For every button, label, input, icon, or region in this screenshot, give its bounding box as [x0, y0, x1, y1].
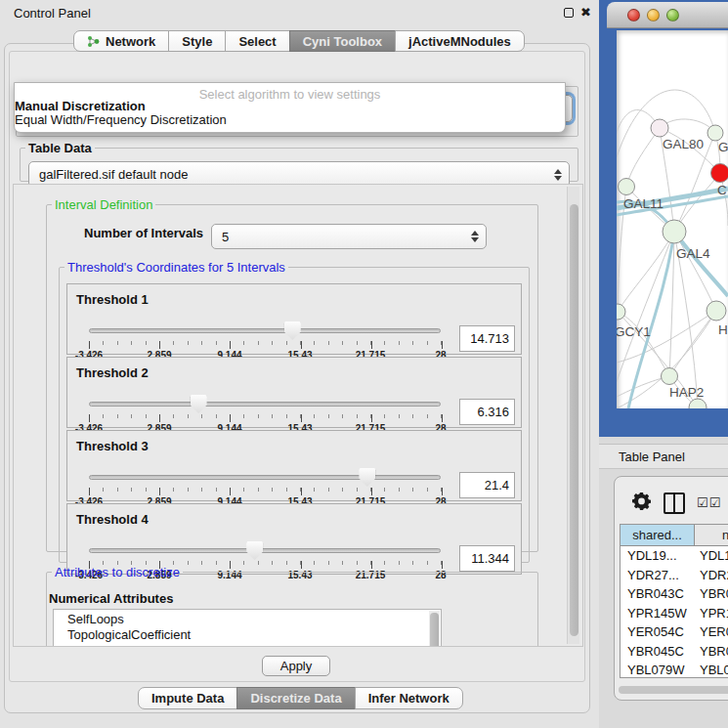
node-label: C: [717, 183, 727, 197]
settings-scrollbar[interactable]: [567, 187, 579, 644]
node-label: GA: [718, 140, 728, 154]
tab-style[interactable]: Style: [168, 30, 226, 52]
node-label: GAL11: [623, 196, 664, 211]
traffic-light-minimize-icon[interactable]: [647, 9, 660, 21]
network-window-titlebar[interactable]: [607, 2, 728, 28]
threshold-panel: Threshold 3 -3.4262.8599.14415.4321.7152…: [66, 430, 522, 501]
cell-shared-name[interactable]: YBR043C: [621, 584, 695, 604]
table-row[interactable]: YER054CYER0: [621, 622, 728, 642]
dropdown-item-equal-width-frequency-discretization[interactable]: Equal Width/Frequency Discretization: [15, 113, 565, 127]
node-label: GAL80: [663, 137, 704, 151]
network-node[interactable]: [689, 399, 707, 408]
slider-track[interactable]: [89, 475, 441, 480]
slider-thumb[interactable]: [284, 321, 301, 340]
attribute-item-selfloops[interactable]: SelfLoops: [54, 612, 441, 627]
screen: Control Panel ✖ NetworkStyleSelectCyni T…: [0, 0, 728, 728]
tab-label: Impute Data: [151, 688, 224, 709]
slider-track[interactable]: [89, 328, 441, 333]
threshold-value-field[interactable]: 21.4: [459, 472, 515, 498]
table-panel-title: Table Panel: [619, 450, 685, 464]
slider-track[interactable]: [89, 548, 441, 553]
network-node-h[interactable]: [707, 301, 726, 321]
column-visibility-checkbox-icons[interactable]: ☑☑: [697, 495, 721, 510]
tab-impute-data[interactable]: Impute Data: [138, 687, 237, 709]
network-canvas[interactable]: GAL80GACGAL11GAL4GCY1HHAP2: [617, 30, 728, 408]
column-header-shared[interactable]: shared...: [621, 525, 695, 545]
algorithm-dropdown-popup: Select algorithm to view settings Manual…: [14, 82, 566, 133]
slider-thumb[interactable]: [246, 541, 263, 560]
num-intervals-combobox[interactable]: 5: [211, 224, 487, 249]
tab-cyni-toolbox[interactable]: Cyni Toolbox: [289, 30, 396, 52]
table-row[interactable]: YDL19...YDL1: [621, 546, 728, 566]
table-data-group: Table Data galFiltered.sif default node: [20, 141, 578, 182]
apply-button[interactable]: Apply: [262, 656, 330, 676]
cell-shared-name[interactable]: YDR27...: [621, 566, 695, 585]
threshold-value-field[interactable]: 6.316: [459, 399, 515, 425]
tab-jactivemnodules[interactable]: jActiveMNodules: [395, 30, 525, 52]
cell-name[interactable]: YDL1: [695, 546, 728, 566]
tab-discretize-data[interactable]: Discretize Data: [236, 687, 355, 709]
network-nodes[interactable]: [617, 119, 728, 408]
numerical-attributes-list[interactable]: SelfLoopsTopologicalCoefficientBetweenne…: [53, 609, 442, 647]
network-node-ga[interactable]: [707, 125, 723, 141]
cell-name[interactable]: YER0: [695, 622, 728, 642]
cell-name[interactable]: YDR2: [695, 566, 728, 585]
network-view-window: GAL80GACGAL11GAL4GCY1HHAP2: [599, 0, 728, 437]
table-row[interactable]: YDR27...YDR2: [621, 566, 728, 585]
cell-shared-name[interactable]: YER054C: [621, 622, 695, 642]
attribute-item-topologicalcoefficient[interactable]: TopologicalCoefficient: [54, 627, 441, 643]
tab-infer-network[interactable]: Infer Network: [355, 687, 463, 709]
close-icon[interactable]: ✖: [580, 5, 591, 20]
traffic-light-close-icon[interactable]: [627, 9, 640, 21]
column-header-name[interactable]: n: [695, 525, 728, 545]
cell-shared-name[interactable]: YBL079W: [621, 661, 695, 678]
numerical-attributes-label: Numerical Attributes: [49, 591, 173, 606]
tab-select[interactable]: Select: [225, 30, 289, 52]
list-scrollbar[interactable]: [429, 611, 440, 647]
node-label: HAP2: [669, 385, 704, 400]
cell-name[interactable]: YBR0: [695, 642, 728, 662]
slider-track[interactable]: [89, 402, 441, 407]
split-view-icon[interactable]: [664, 492, 685, 514]
threshold-value-field[interactable]: 14.713: [459, 325, 515, 352]
slider-thumb[interactable]: [191, 395, 207, 413]
gear-icon[interactable]: [632, 492, 652, 511]
cell-name[interactable]: YBL0: [695, 661, 728, 678]
network-icon: [87, 35, 100, 48]
cell-shared-name[interactable]: YBR045C: [621, 642, 695, 662]
table-horizontal-scrollbar[interactable]: [619, 686, 728, 694]
thresholds-group: Threshold's Coordinates for 5 Intervals …: [59, 260, 530, 563]
control-panel-titlebar: Control Panel ✖: [0, 0, 599, 25]
table-row[interactable]: YPR145WYPR1: [621, 604, 728, 623]
tab-label: Infer Network: [368, 688, 450, 709]
network-node-c[interactable]: [711, 164, 728, 183]
tab-label: Discretize Data: [250, 688, 341, 709]
cell-name[interactable]: YPR1: [695, 604, 728, 623]
table-data-selected: galFiltered.sif default node: [39, 167, 188, 182]
group-title: Interval Definition: [52, 197, 155, 212]
float-window-icon[interactable]: [564, 8, 574, 18]
interval-definition-group: Interval Definition Number of Intervals …: [46, 197, 538, 552]
tab-network[interactable]: Network: [73, 30, 169, 52]
combo-arrows-icon: [471, 231, 479, 242]
threshold-title: Threshold 4: [76, 512, 149, 527]
traffic-light-zoom-icon[interactable]: [666, 9, 679, 21]
node-label: GAL4: [676, 246, 710, 261]
cell-name[interactable]: YBR0: [695, 584, 728, 604]
network-node-hap2[interactable]: [662, 368, 678, 385]
table-row[interactable]: YBL079WYBL0: [621, 661, 728, 678]
network-node-gal11[interactable]: [619, 179, 635, 195]
table-panel-region: Table Panel ☑☑ shared... n YDL19...YDL1Y…: [599, 437, 728, 728]
attribute-item-betweennesscentrality[interactable]: BetweennessCentrality: [54, 643, 441, 647]
table-row[interactable]: YBR045CYBR0: [621, 642, 728, 662]
table-row[interactable]: YBR043CYBR0: [621, 584, 728, 604]
cell-shared-name[interactable]: YDL19...: [621, 546, 695, 566]
slider-thumb[interactable]: [359, 468, 375, 487]
network-node-gcy1[interactable]: [617, 304, 625, 320]
tab-label: jActiveMNodules: [408, 31, 511, 52]
network-node-gal4[interactable]: [663, 220, 686, 243]
dropdown-item-manual-discretization[interactable]: Manual Discretization: [15, 100, 565, 113]
cell-shared-name[interactable]: YPR145W: [621, 604, 695, 623]
network-node-gal80[interactable]: [651, 119, 668, 137]
node-table: shared... n YDL19...YDL1YDR27...YDR2YBR0…: [620, 524, 728, 678]
